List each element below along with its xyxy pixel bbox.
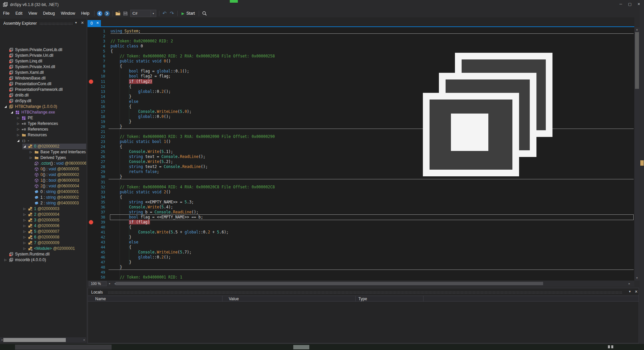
code-line[interactable]: // Token: 0x04000001 RID: 1	[111, 275, 182, 280]
save-all-button[interactable]	[122, 10, 129, 17]
code-line[interactable]: {	[111, 49, 113, 54]
code-line[interactable]: Console.Write(5.5 + global::0.2 + 5.6);	[111, 230, 228, 235]
code-line[interactable]: Console.Write(5.1);	[111, 149, 173, 154]
breakpoint-icon[interactable]	[89, 220, 93, 224]
code-line[interactable]: }	[111, 119, 131, 124]
explorer-horizontal-scrollbar[interactable]: ◂ ▸	[0, 337, 86, 343]
editor-vertical-scrollbar[interactable]: ▲ ▼	[634, 27, 640, 281]
code-line[interactable]: // Token: 0x02000002 RID: 2	[111, 39, 173, 44]
column-type[interactable]: Type	[358, 297, 367, 301]
tree-item[interactable]: ▷3 @02000005	[0, 217, 86, 223]
tree-item[interactable]: ▷Derived Types	[0, 155, 86, 161]
taskbar-item[interactable]	[293, 345, 309, 349]
tree-item[interactable]: System.Private.CoreLib.dll	[0, 47, 86, 53]
code-line[interactable]: // Token: 0x06000004 RID: 4 RVA: 0x00002…	[111, 185, 275, 190]
tree-item[interactable]: WindowsBase.dll	[0, 75, 86, 81]
tree-item[interactable]: 2 : string @04000003	[0, 200, 86, 206]
code-line[interactable]: {	[111, 225, 131, 230]
expander-collapsed-icon[interactable]: ▷	[17, 116, 19, 120]
expander-collapsed-icon[interactable]: ▷	[23, 218, 26, 222]
code-line[interactable]: Console.Write(5.4);	[111, 205, 173, 210]
code-line[interactable]: else	[111, 240, 138, 245]
code-line[interactable]: public class 0	[111, 44, 143, 49]
tree-item[interactable]: PresentationCore.dll	[0, 81, 86, 87]
tree-item[interactable]: 2() : void @06000004	[0, 183, 86, 189]
zoom-chevron-icon[interactable]: ▾	[107, 281, 112, 286]
code-line[interactable]: if (flag)	[111, 220, 150, 225]
expander-collapsed-icon[interactable]: ▷	[4, 258, 7, 262]
expander-expanded-icon[interactable]	[4, 106, 7, 108]
code-line[interactable]: string text2 = Console.ReadLine();	[111, 164, 208, 169]
code-line[interactable]: Console.WriteLine(5.0);	[111, 109, 191, 114]
tree-item[interactable]: PresentationFramework.dll	[0, 87, 86, 93]
tree-item[interactable]: HTBChallange.exe	[0, 110, 86, 115]
code-line[interactable]: public static void 2()	[111, 190, 171, 195]
menu-file[interactable]: File	[0, 9, 12, 17]
code-line[interactable]: bool flag = global::0.1();	[111, 69, 189, 74]
expander-expanded-icon[interactable]	[11, 111, 13, 114]
tree-item[interactable]: {}-	[0, 138, 86, 144]
redo-button[interactable]: ↷	[169, 10, 175, 17]
tree-item[interactable]: 0 @02000002	[0, 144, 86, 149]
code-line[interactable]: // Token: 0x06000002 RID: 2 RVA: 0x00002…	[111, 54, 275, 59]
code-line[interactable]: {	[111, 84, 131, 89]
code-line[interactable]: string text = Console.ReadLine();	[111, 154, 205, 159]
expander-collapsed-icon[interactable]: ▷	[23, 224, 26, 228]
tree-item[interactable]: 0() : void @06000002	[0, 172, 86, 178]
navigate-forward-button[interactable]	[104, 10, 111, 17]
code-line[interactable]: // Token: 0x06000003 RID: 3 RVA: 0x00002…	[111, 134, 275, 139]
start-button[interactable]: ▶ Start	[180, 10, 197, 17]
search-button[interactable]	[201, 10, 208, 17]
tree-item[interactable]: ▷2 @02000004	[0, 212, 86, 217]
column-name[interactable]: Name	[95, 297, 106, 301]
expander-collapsed-icon[interactable]: ▷	[17, 127, 19, 132]
code-line[interactable]: {	[111, 104, 131, 109]
tree-item[interactable]: System.Private.Xml.dll	[0, 64, 86, 70]
navigate-back-button[interactable]	[97, 10, 103, 17]
open-file-button[interactable]	[115, 10, 122, 17]
tree-item[interactable]: ▷<Module> @02000001	[0, 246, 86, 251]
tree-item[interactable]: 0() : void @06000005	[0, 166, 86, 172]
tree-item[interactable]: 0 : string @04000001	[0, 189, 86, 195]
panel-menu-chevron-icon[interactable]: ▾	[629, 290, 631, 293]
tab-close-icon[interactable]: ✕	[96, 21, 99, 25]
menu-window[interactable]: Window	[58, 9, 78, 17]
tree-item[interactable]: ▷7 @02000009	[0, 240, 86, 246]
tree-item[interactable]: System.Private.Uri.dll	[0, 53, 86, 58]
code-line[interactable]: string <<EMPTY_NAME>> = 5.3;	[111, 200, 194, 205]
code-line[interactable]: public static bool 1()	[111, 139, 171, 144]
code-line[interactable]: global::0.2();	[111, 255, 171, 260]
code-line[interactable]: if (flag2)	[111, 79, 152, 84]
tree-item[interactable]: ▷Resources	[0, 132, 86, 138]
expander-collapsed-icon[interactable]: ▷	[23, 207, 26, 211]
expander-collapsed-icon[interactable]: ▷	[23, 212, 26, 217]
undo-button[interactable]: ↶	[161, 10, 168, 17]
code-line[interactable]: bool flag2 = flag;	[111, 74, 171, 79]
code-line[interactable]: }	[111, 260, 131, 265]
expander-collapsed-icon[interactable]: ▷	[23, 241, 26, 245]
tree-item[interactable]: ▷Base Type and Interfaces	[0, 149, 86, 155]
tree-item[interactable]: ▷Type References	[0, 121, 86, 127]
expander-collapsed-icon[interactable]: ▷	[23, 235, 26, 239]
code-editor[interactable]: 1using System;23// Token: 0x02000002 RID…	[88, 27, 634, 281]
column-divider[interactable]	[355, 296, 356, 302]
expander-expanded-icon[interactable]	[17, 140, 19, 142]
code-line[interactable]: Console.Write(5.2);	[111, 159, 173, 164]
column-value[interactable]: Value	[229, 297, 239, 301]
maximize-button[interactable]: ▢	[625, 0, 634, 8]
code-line[interactable]: Console.WriteLine(5.7);	[111, 250, 191, 255]
code-line[interactable]: {	[111, 144, 122, 149]
code-line[interactable]: else	[111, 99, 138, 104]
taskbar-button[interactable]	[15, 345, 112, 350]
code-line[interactable]: return false;	[111, 169, 159, 174]
scroll-right-icon[interactable]: ▸	[83, 337, 86, 343]
tree-item[interactable]: System.Runtime.dll	[0, 251, 86, 257]
tree-item[interactable]: ▷PE	[0, 115, 86, 121]
tree-item[interactable]: ▷References	[0, 127, 86, 132]
breakpoint-icon[interactable]	[89, 79, 93, 84]
locals-column-header[interactable]: Name Value Type	[88, 296, 639, 302]
tree-item[interactable]: ▷1 @02000003	[0, 206, 86, 212]
expander-collapsed-icon[interactable]: ▷	[30, 156, 32, 160]
code-line[interactable]: {	[111, 64, 122, 69]
tree-item[interactable]: ▷5 @02000007	[0, 229, 86, 234]
